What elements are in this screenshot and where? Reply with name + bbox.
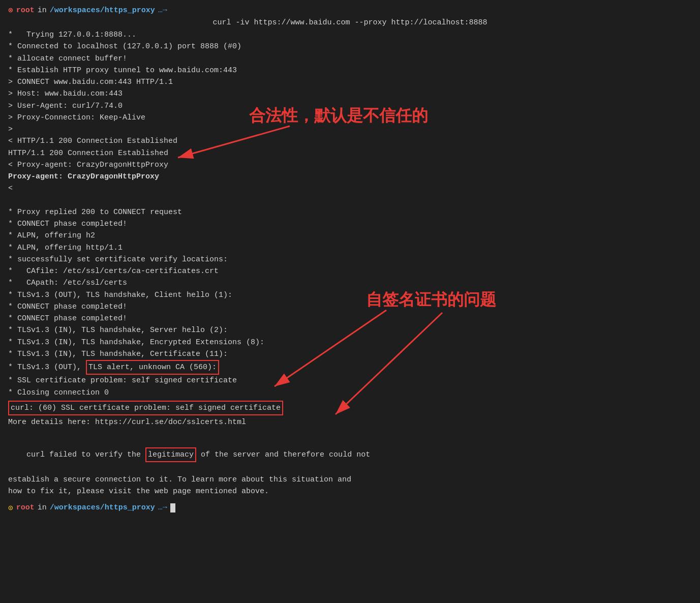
output-line: * SSL certificate problem: self signed c… [8, 375, 692, 386]
output-line: * successfully set certificate verify lo… [8, 254, 692, 265]
output-line: * CApath: /etc/ssl/certs [8, 277, 692, 289]
tls-alert-box: TLS alert, unknown CA (560): [86, 360, 219, 375]
curl-error-text: curl: (60) SSL certificate problem: self… [8, 401, 283, 415]
terminal-header: ⊗ root in /workspaces/https_proxy …→ [8, 5, 692, 15]
output-line: * ALPN, offering h2 [8, 230, 692, 242]
output-line: * Establish HTTP proxy tunnel to www.bai… [8, 65, 692, 76]
command-line: curl -iv https://www.baidu.com --proxy h… [8, 18, 692, 27]
path: /workspaces/https_proxy [50, 6, 155, 15]
terminal-window: ⊗ root in /workspaces/https_proxy …→ cur… [0, 0, 700, 603]
footer-in: in [38, 503, 47, 512]
output-line: * ALPN, offering http/1.1 [8, 242, 692, 254]
output-line: * CAfile: /etc/ssl/certs/ca-certificates… [8, 265, 692, 277]
footer-username: root [16, 503, 35, 512]
output-line: > User-Agent: curl/7.74.0 [8, 100, 692, 112]
verify-line-1: curl failed to verify the legitimacy of … [8, 435, 692, 474]
output-line: * TLSv1.3 (IN), TLS handshake, Server he… [8, 324, 692, 336]
more-details-line: More details here: https://curl.se/doc/s… [8, 416, 692, 428]
output-line: < [8, 183, 692, 194]
cursor [170, 503, 175, 512]
output-line: < Proxy-agent: CrazyDragonHttpProxy [8, 159, 692, 171]
verify-text-1: curl failed to verify the [26, 450, 145, 459]
footer-dot: ⊙ [8, 503, 13, 513]
verify-line-3: how to fix it, please visit the web page… [8, 486, 692, 497]
footer-path: /workspaces/https_proxy [50, 503, 155, 512]
output-line: * Closing connection 0 [8, 387, 692, 399]
output-line-bold: Proxy-agent: CrazyDragonHttpProxy [8, 171, 692, 183]
legitimacy-link: legitimacy [145, 447, 196, 462]
output-line: * CONNECT phase completed! [8, 218, 692, 230]
footer-prompt: ⊙ root in /workspaces/https_proxy …→ [8, 503, 692, 513]
output-line: * TLSv1.3 (IN), TLS handshake, Certifica… [8, 348, 692, 360]
output-line: < HTTP/1.1 200 Connection Established [8, 135, 692, 147]
output-line: > Proxy-Connection: Keep-Alive [8, 112, 692, 124]
output-line: * allocate connect buffer! [8, 53, 692, 65]
verify-text-1b: of the server and therefore could not [196, 450, 370, 459]
output-line: * Connected to localhost (127.0.0.1) por… [8, 41, 692, 52]
in-label: in [38, 6, 47, 15]
output-line: > [8, 124, 692, 135]
output-line: * TLSv1.3 (OUT), TLS handshake, Client h… [8, 289, 692, 301]
output-line: HTTP/1.1 200 Connection Established [8, 147, 692, 159]
username: root [16, 6, 35, 15]
output-line: * Trying 127.0.0.1:8888... [8, 29, 692, 41]
output-block: * Trying 127.0.0.1:8888... * Connected t… [8, 29, 692, 399]
footer-ellipsis: …→ [158, 503, 167, 512]
output-line: * TLSv1.3 (IN), TLS handshake, Encrypted… [8, 337, 692, 348]
dot-icon: ⊗ [8, 5, 13, 15]
ellipsis: …→ [158, 6, 167, 15]
tls-alert-line: * TLSv1.3 (OUT), TLS alert, unknown CA (… [8, 360, 692, 375]
output-line: * Proxy replied 200 to CONNECT request [8, 206, 692, 218]
output-line: > Host: www.baidu.com:443 [8, 88, 692, 100]
output-line: > CONNECT www.baidu.com:443 HTTP/1.1 [8, 76, 692, 88]
command-text: curl -iv https://www.baidu.com --proxy h… [212, 18, 487, 27]
output-line [8, 195, 692, 206]
output-line: * CONNECT phase completed! [8, 313, 692, 324]
verify-line-2: establish a secure connection to it. To … [8, 474, 692, 486]
curl-error-box: curl: (60) SSL certificate problem: self… [8, 401, 692, 415]
output-line: * CONNECT phase completed! [8, 301, 692, 313]
